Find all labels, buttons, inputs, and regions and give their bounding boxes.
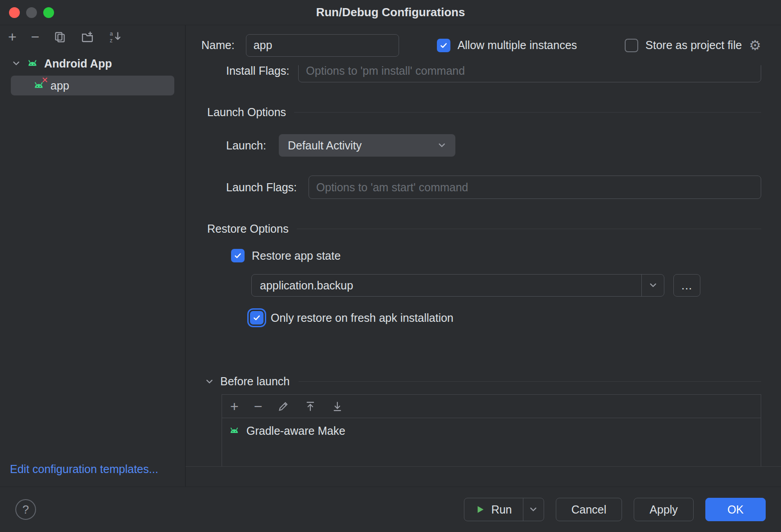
- header-divider: [294, 112, 761, 113]
- svg-text:z: z: [110, 37, 113, 44]
- collapse-chevron-icon[interactable]: [205, 377, 214, 386]
- new-folder-icon[interactable]: [81, 30, 94, 44]
- allow-multiple-instances-checkbox[interactable]: [437, 39, 450, 52]
- only-restore-row: Only restore on fresh apk installation: [250, 311, 761, 325]
- launch-options-header: Launch Options: [207, 106, 761, 119]
- name-input[interactable]: [246, 34, 399, 57]
- traffic-lights: [9, 0, 54, 25]
- header-divider: [297, 229, 761, 229]
- help-icon: ?: [23, 503, 29, 517]
- run-button-label: Run: [491, 503, 512, 516]
- run-split-button[interactable]: Run: [464, 498, 544, 521]
- close-button[interactable]: [9, 7, 20, 18]
- only-restore-label: Only restore on fresh apk installation: [271, 311, 454, 325]
- tree-group-android-app[interactable]: Android App: [0, 53, 185, 74]
- options-scroll-area[interactable]: Install Flags: Launch Options Launch: De…: [186, 65, 781, 467]
- add-task-icon[interactable]: +: [230, 399, 239, 414]
- edit-task-icon[interactable]: [277, 401, 289, 412]
- launch-flags-row: Launch Flags:: [226, 176, 761, 199]
- restore-options-title: Restore Options: [207, 222, 289, 235]
- launch-flags-input[interactable]: [309, 176, 761, 199]
- name-row: Name: Allow multiple instances Store as …: [186, 25, 781, 65]
- android-icon: [228, 425, 240, 437]
- ok-button[interactable]: OK: [705, 498, 766, 521]
- task-label: Gradle-aware Make: [246, 424, 345, 437]
- remove-configuration-icon[interactable]: −: [31, 30, 40, 44]
- restore-options-header: Restore Options: [207, 222, 761, 235]
- remove-task-icon[interactable]: −: [254, 399, 263, 414]
- add-configuration-icon[interactable]: +: [8, 30, 17, 44]
- tree-group-label: Android App: [44, 57, 112, 70]
- copy-configuration-icon[interactable]: [54, 31, 66, 43]
- before-launch-panel: + −: [222, 394, 761, 467]
- backup-file-combobox[interactable]: application.backup: [251, 274, 664, 297]
- launch-flags-label: Launch Flags:: [226, 181, 297, 194]
- install-flags-input[interactable]: [298, 65, 761, 82]
- task-row-gradle-aware-make[interactable]: Gradle-aware Make: [222, 418, 761, 443]
- before-launch-toolbar: + −: [222, 395, 761, 418]
- minimize-button[interactable]: [26, 7, 37, 18]
- restore-app-state-label: Restore app state: [252, 249, 341, 262]
- restore-app-state-row: Restore app state: [231, 249, 761, 262]
- configurations-sidebar: + − a: [0, 25, 186, 487]
- install-flags-label: Install Flags:: [226, 65, 289, 77]
- move-up-icon[interactable]: [304, 401, 316, 412]
- window-title: Run/Debug Configurations: [316, 5, 465, 19]
- launch-activity-value: Default Activity: [288, 139, 362, 152]
- configuration-tree: Android App ✕ app: [0, 49, 185, 95]
- run-options-chevron-icon[interactable]: [523, 498, 544, 521]
- android-error-icon: ✕: [32, 79, 45, 92]
- apply-button[interactable]: Apply: [634, 498, 694, 521]
- header-divider: [299, 381, 761, 382]
- zoom-button[interactable]: [43, 7, 54, 18]
- android-icon: [26, 57, 39, 70]
- chevron-down-icon: [437, 141, 446, 150]
- sort-alphabetically-icon[interactable]: a z: [109, 30, 122, 44]
- main-bottom-strip: [186, 467, 781, 487]
- chevron-down-icon[interactable]: [12, 59, 21, 68]
- before-launch-title: Before launch: [220, 375, 290, 388]
- tree-item-label: app: [50, 79, 69, 92]
- launch-options-title: Launch Options: [207, 106, 286, 119]
- tree-item-app[interactable]: ✕ app: [11, 76, 174, 95]
- svg-text:a: a: [110, 31, 113, 37]
- backup-file-value[interactable]: application.backup: [252, 275, 641, 296]
- install-flags-row: Install Flags:: [201, 65, 761, 82]
- configuration-editor: Name: Allow multiple instances Store as …: [186, 25, 781, 487]
- combobox-chevron-icon[interactable]: [641, 275, 664, 296]
- run-button[interactable]: Run: [464, 498, 523, 521]
- sidebar-toolbar: + − a: [0, 25, 185, 49]
- allow-multiple-instances-label: Allow multiple instances: [458, 39, 577, 52]
- play-icon: [475, 505, 485, 514]
- only-restore-checkbox[interactable]: [250, 311, 263, 325]
- dialog-footer: ? Run Cancel Apply OK: [0, 487, 781, 532]
- backup-file-row: application.backup ...: [251, 274, 761, 297]
- store-as-project-file-label: Store as project file: [645, 39, 742, 52]
- launch-activity-dropdown[interactable]: Default Activity: [279, 134, 455, 157]
- before-launch-task-list: Gradle-aware Make: [222, 418, 761, 467]
- run-debug-configurations-dialog: Run/Debug Configurations + −: [0, 0, 781, 532]
- titlebar: Run/Debug Configurations: [0, 0, 781, 25]
- launch-label: Launch:: [226, 139, 266, 152]
- gear-icon[interactable]: ⚙: [749, 37, 761, 53]
- cancel-button[interactable]: Cancel: [556, 498, 622, 521]
- error-badge-icon: ✕: [41, 76, 48, 84]
- restore-app-state-checkbox[interactable]: [231, 249, 245, 262]
- store-as-project-file-checkbox[interactable]: [625, 39, 638, 52]
- edit-configuration-templates-link[interactable]: Edit configuration templates...: [0, 463, 185, 487]
- footer-buttons: Run Cancel Apply OK: [464, 498, 766, 521]
- browse-button[interactable]: ...: [673, 274, 700, 297]
- launch-row: Launch: Default Activity: [226, 134, 761, 157]
- name-label: Name:: [201, 39, 235, 52]
- before-launch-header: Before launch: [205, 375, 761, 388]
- move-down-icon[interactable]: [331, 401, 343, 412]
- help-button[interactable]: ?: [15, 499, 36, 520]
